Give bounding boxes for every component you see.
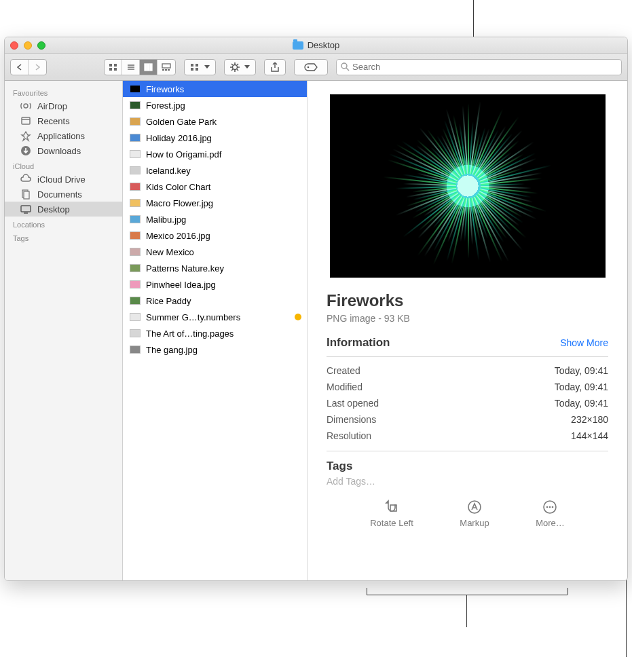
svg-rect-0 (109, 64, 112, 67)
downloads-icon (20, 145, 32, 156)
file-row[interactable]: Holiday 2016.jpg (123, 130, 307, 146)
info-label: Created (327, 365, 360, 376)
file-name: Summer G…ty.numbers (146, 312, 240, 322)
file-column: FireworksForest.jpgGolden Gate ParkHolid… (123, 81, 308, 580)
view-list-button[interactable] (122, 60, 140, 75)
svg-line-23 (231, 64, 233, 65)
action-button[interactable] (224, 59, 256, 75)
search-icon (341, 62, 350, 71)
quick-action-more-[interactable]: More… (536, 499, 565, 528)
back-button[interactable] (11, 60, 29, 75)
file-thumbnail (130, 329, 141, 337)
file-name: Rice Paddy (146, 296, 191, 306)
markup-icon (466, 499, 483, 515)
file-row[interactable]: Pinwheel Idea.jpg (123, 276, 307, 293)
preview-title: Fireworks (327, 291, 608, 310)
quick-action-label: More… (536, 518, 565, 528)
info-row: ModifiedToday, 09:41 (327, 379, 608, 395)
svg-line-29 (346, 68, 349, 71)
file-name: Mexico 2016.jpg (146, 231, 210, 241)
sidebar-heading: Locations (5, 217, 122, 230)
group-icon (190, 63, 200, 71)
zoom-button[interactable] (37, 41, 45, 50)
file-row[interactable]: How to Origami.pdf (123, 146, 307, 162)
file-thumbnail (130, 264, 141, 272)
file-thumbnail (130, 280, 141, 288)
sidebar-item-airdrop[interactable]: AirDrop (5, 98, 122, 113)
sidebar-heading: Favourites (5, 85, 122, 98)
file-row[interactable]: Fireworks (123, 81, 307, 97)
file-name: Fireworks (146, 84, 184, 94)
file-row[interactable]: Golden Gate Park (123, 113, 307, 130)
file-row[interactable]: Malibu.jpg (123, 211, 307, 227)
sidebar-item-downloads[interactable]: Downloads (5, 143, 122, 158)
file-row[interactable]: Kids Color Chart (123, 179, 307, 195)
documents-icon (20, 189, 32, 200)
file-thumbnail (130, 134, 141, 142)
file-name: Kids Color Chart (146, 182, 210, 192)
file-row[interactable]: Patterns Nature.key (123, 260, 307, 276)
more-icon (542, 499, 558, 515)
share-button[interactable] (264, 59, 286, 75)
file-thumbnail (130, 199, 141, 207)
view-gallery-button[interactable] (157, 60, 175, 75)
info-value: Today, 09:41 (555, 365, 608, 376)
svg-rect-15 (196, 64, 198, 67)
svg-point-41 (546, 506, 549, 508)
sidebar-item-icloud-drive[interactable]: iCloud Drive (5, 172, 122, 187)
finder-window: Desktop (4, 37, 628, 581)
group-by-button[interactable] (184, 59, 216, 75)
svg-point-30 (24, 104, 28, 108)
file-thumbnail (130, 313, 141, 321)
file-thumbnail (130, 150, 141, 158)
file-row[interactable]: Mexico 2016.jpg (123, 227, 307, 244)
close-button[interactable] (10, 41, 18, 50)
divider (327, 451, 608, 451)
svg-point-28 (341, 63, 347, 69)
tags-input[interactable]: Add Tags… (327, 473, 608, 499)
sidebar-item-recents[interactable]: Recents (5, 113, 122, 128)
minimize-button[interactable] (24, 41, 32, 50)
folder-icon (293, 41, 303, 50)
svg-rect-1 (114, 64, 117, 67)
file-row[interactable]: New Mexico (123, 244, 307, 260)
file-row[interactable]: Rice Paddy (123, 293, 307, 309)
file-row[interactable]: Forest.jpg (123, 97, 307, 113)
view-icon-button[interactable] (105, 60, 122, 75)
file-row[interactable]: Summer G…ty.numbers (123, 309, 307, 325)
info-heading: Information (327, 336, 390, 350)
sidebar-item-label: Documents (37, 189, 82, 200)
file-thumbnail (130, 248, 141, 256)
sidebar-item-label: iCloud Drive (37, 174, 86, 185)
quick-action-markup[interactable]: Markup (460, 499, 489, 528)
file-thumbnail (130, 101, 141, 109)
sidebar-item-desktop[interactable]: Desktop (5, 202, 122, 217)
sidebar-item-documents[interactable]: Documents (5, 187, 122, 202)
forward-button[interactable] (29, 60, 46, 75)
file-row[interactable]: Macro Flower.jpg (123, 195, 307, 211)
info-row: CreatedToday, 09:41 (327, 362, 608, 379)
search-field[interactable] (336, 59, 622, 75)
info-row: Resolution144×144 (327, 428, 608, 444)
divider (327, 356, 608, 357)
sidebar-item-applications[interactable]: Applications (5, 128, 122, 143)
sidebar-heading: iCloud (5, 158, 122, 172)
applications-icon (20, 130, 32, 141)
airdrop-icon (20, 100, 32, 111)
file-row[interactable]: Iceland.key (123, 162, 307, 179)
quick-action-rotate-left[interactable]: Rotate Left (370, 499, 413, 528)
show-more-link[interactable]: Show More (560, 337, 608, 348)
file-name: Holiday 2016.jpg (146, 133, 212, 143)
svg-rect-9 (150, 64, 152, 71)
view-column-button[interactable] (140, 60, 157, 75)
search-input[interactable] (352, 62, 617, 72)
file-tag-dot (295, 314, 301, 320)
file-name: Iceland.key (146, 166, 191, 176)
file-name: The gang.jpg (146, 345, 198, 355)
file-thumbnail (130, 231, 141, 240)
tags-button[interactable] (294, 59, 328, 75)
window-title: Desktop (308, 40, 340, 50)
file-row[interactable]: The Art of…ting.pages (123, 325, 307, 341)
svg-point-42 (549, 506, 551, 508)
file-row[interactable]: The gang.jpg (123, 341, 307, 358)
